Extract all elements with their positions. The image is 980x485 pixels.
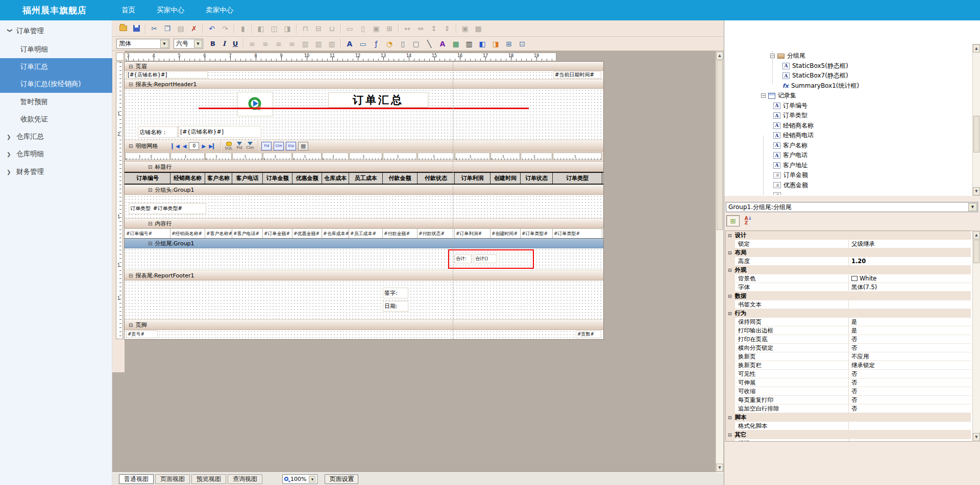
vertical-middle-icon[interactable]: ▥ (312, 38, 325, 49)
italic-button[interactable]: I (218, 39, 230, 49)
vertical-top-icon[interactable]: ▥ (299, 38, 311, 49)
content-field-cell[interactable]: #订单利润# (455, 228, 491, 238)
view-tab-0[interactable]: 普通视图 (119, 474, 154, 484)
sum-label[interactable]: 合计: (454, 254, 472, 263)
tree-expander-icon[interactable]: − (761, 93, 766, 98)
date-label[interactable]: 日期: (383, 301, 408, 312)
property-value[interactable]: White (851, 275, 876, 282)
title-cell[interactable]: 客户电话 (232, 173, 263, 184)
collapse-icon[interactable]: ⊟ (728, 415, 732, 420)
collapse-icon[interactable]: ⊟ (148, 187, 152, 193)
tree-item-12[interactable]: .0订单金额 (773, 170, 808, 180)
view-tab-2[interactable]: 预览视图 (191, 474, 226, 484)
nav-item-1[interactable]: 买家中心 (157, 6, 184, 15)
content-field-cell[interactable]: #订单类型# (521, 228, 553, 238)
space-across-icon[interactable]: ↔ (401, 23, 413, 34)
collapse-icon[interactable]: ⊟ (148, 241, 152, 246)
band-header-page-header[interactable]: ⊟ 页眉 (125, 62, 603, 71)
property-value[interactable]: 继承锁定 (851, 362, 875, 369)
content-field-cell[interactable]: #经销商名称# (170, 228, 205, 238)
property-value[interactable]: 父级继承 (851, 240, 875, 248)
same-width-icon[interactable]: ▭ (344, 23, 356, 34)
title-cell[interactable]: 订单编号 (125, 173, 170, 184)
property-row[interactable]: 格式化脚本 (726, 422, 971, 430)
collapse-icon[interactable]: ⊟ (129, 82, 133, 87)
band-header-page-footer[interactable]: ⊟ 页脚 (125, 320, 603, 330)
nav-item-0[interactable]: 首页 (121, 6, 135, 15)
tree-item-2[interactable]: AStaticBox7(静态框) (782, 71, 848, 81)
sidebar-item-5[interactable]: 收款凭证 (0, 111, 112, 128)
content-field-cell[interactable]: #客户电话# (232, 228, 263, 238)
property-value[interactable]: 不应用 (851, 353, 869, 361)
tree-item-9[interactable]: A客户名称 (773, 141, 807, 150)
record-prev-button[interactable]: ◀ (183, 143, 187, 149)
collapse-icon[interactable]: ⊟ (728, 268, 732, 273)
collapse-icon[interactable]: ⊟ (728, 311, 732, 316)
collapse-icon[interactable]: ⊟ (148, 221, 152, 226)
band-header-detail-grid[interactable]: ⊟ 明细网格 ▎◀ ◀ ▶ ▶▎ SQLFldClm FldClmGrp▦ (125, 140, 603, 151)
align-top-icon[interactable]: ⊓ (299, 23, 311, 34)
tree-expander-icon[interactable]: − (770, 54, 775, 58)
delete-icon[interactable]: ✗ (188, 23, 200, 34)
grid-icon[interactable]: ⊞ (503, 38, 515, 49)
band-header-group-header[interactable]: ⊟ 分组头:Group1 (125, 185, 603, 195)
property-grid-scrollbar[interactable]: ▲ ▼ (972, 231, 980, 442)
underline-button[interactable]: U (230, 39, 241, 49)
chart-icon[interactable]: ◧ (476, 38, 488, 49)
page-setup-button[interactable]: 页面设置 (325, 474, 358, 484)
content-field-cell[interactable]: #客户名称# (205, 228, 232, 238)
collapse-icon[interactable]: ⊟ (728, 233, 732, 238)
align-center-icon[interactable]: ◫ (268, 23, 280, 34)
scrollbar-thumb[interactable] (973, 116, 979, 152)
frame-box-icon[interactable]: ▢ (410, 38, 422, 49)
property-row[interactable]: 保持同页是 (726, 318, 971, 326)
collapse-icon[interactable]: ⊟ (728, 250, 732, 256)
record-last-button[interactable]: ▶▎ (209, 143, 216, 149)
font-size-combo[interactable]: 六号 ▼ (174, 39, 203, 49)
title-cell[interactable]: 订单类型 (553, 173, 602, 184)
size-to-grid-icon[interactable]: ⊞ (383, 23, 396, 34)
sidebar-item-2[interactable]: 订单汇总 (0, 58, 112, 75)
property-value[interactable]: 是 (851, 318, 857, 326)
font-family-combo[interactable]: 黑体 ▼ (116, 39, 169, 49)
content-field-cell[interactable]: #创建时间# (491, 228, 521, 238)
tree-item-0[interactable]: −分组尾 (770, 51, 805, 61)
grid-style-button[interactable]: ▦ (298, 142, 308, 150)
current-datetime-field[interactable]: #当前日期时间# (553, 71, 601, 79)
clm-tool-icon[interactable]: Clm (247, 142, 254, 150)
title-cell[interactable]: 订单状态 (521, 173, 553, 184)
tree-item-4[interactable]: −记录集 (761, 91, 796, 100)
space-across-equal-icon[interactable]: ⇔ (414, 23, 427, 34)
group-type-box[interactable]: 订单类型 #订单类型# (129, 203, 206, 214)
shop-name-field[interactable]: [#{店铺名称}#] (179, 126, 261, 138)
align-right-icon[interactable]: ◨ (281, 23, 293, 34)
scroll-up-icon[interactable]: ▲ (716, 52, 723, 60)
band-header-group-footer-selected[interactable]: ⊟ 分组尾:Group1 (125, 239, 603, 248)
property-value[interactable]: 1.20 (851, 258, 866, 265)
font-color-icon[interactable]: A (344, 38, 356, 49)
collapse-icon[interactable]: ⊟ (129, 322, 133, 328)
sidebar-item-1[interactable]: 订单明细 (0, 41, 112, 58)
content-field-cell[interactable]: #付款状态# (418, 228, 455, 238)
zoom-control[interactable]: 100% ▼ (282, 474, 317, 484)
save-icon[interactable] (130, 23, 142, 34)
content-field-cell[interactable]: #订单金额# (263, 228, 292, 238)
property-row[interactable]: 可伸展否 (726, 378, 971, 387)
scroll-up-icon[interactable]: ▲ (973, 44, 980, 53)
band-header-content-row[interactable]: ⊟ 内容行 (125, 219, 603, 228)
content-field-cell[interactable]: #仓库成本# (322, 228, 349, 238)
chevron-down-icon[interactable]: ▼ (968, 203, 977, 211)
bold-button[interactable]: B (207, 39, 218, 49)
title-cell[interactable]: 员工成本 (349, 173, 383, 184)
content-field-cell[interactable]: #订单类型# (553, 228, 602, 238)
shop-name-label[interactable]: 店铺名称： (138, 126, 178, 138)
fld-tool-icon[interactable]: Fld (236, 142, 242, 150)
content-field-cell[interactable]: #员工成本# (349, 228, 383, 238)
selection-rectangle[interactable]: 合计: 合计() (448, 249, 534, 269)
title-cell[interactable]: 订单利润 (455, 173, 491, 184)
title-cell[interactable]: 优惠金额 (292, 173, 322, 184)
barcode-icon[interactable]: ▥ (463, 38, 475, 49)
content-field-cell[interactable]: #付款金额# (383, 228, 418, 238)
property-value[interactable]: 否 (851, 388, 857, 395)
report-title-box[interactable]: 订单汇总 (328, 92, 428, 108)
